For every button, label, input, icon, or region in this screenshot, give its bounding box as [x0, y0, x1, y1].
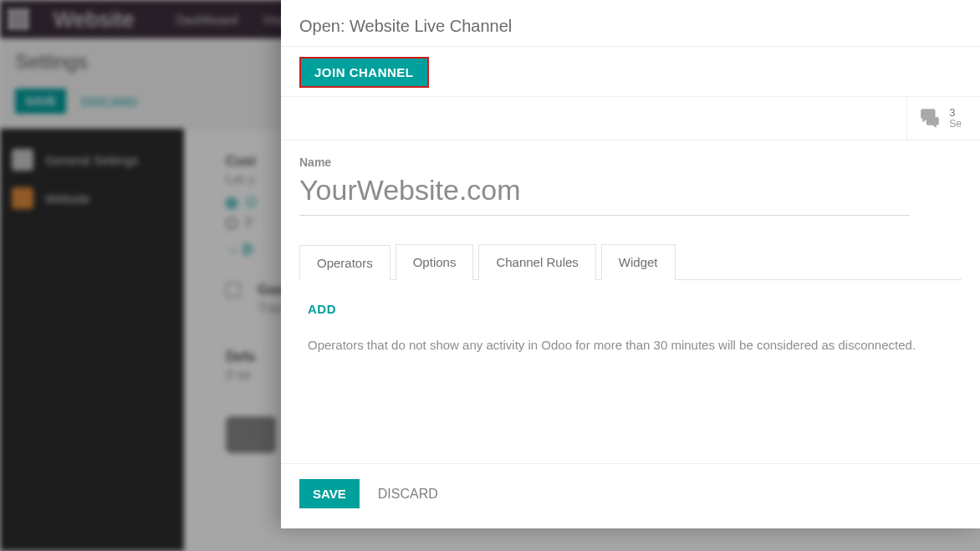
- operators-hint: Operators that do not show any activity …: [308, 338, 953, 352]
- name-label: Name: [299, 156, 962, 169]
- tab-operators[interactable]: Operators: [299, 245, 390, 281]
- live-channel-modal: Open: Website Live Channel JOIN CHANNEL …: [281, 0, 980, 528]
- chat-icon: [919, 106, 941, 131]
- modal-stat-row: 3 Se: [281, 97, 980, 140]
- modal-action-row: JOIN CHANNEL: [281, 47, 980, 97]
- join-channel-button[interactable]: JOIN CHANNEL: [299, 57, 429, 88]
- modal-discard-button[interactable]: DISCARD: [378, 487, 438, 502]
- modal-body: Name Operators Options Channel Rules Wid…: [281, 140, 980, 463]
- tab-widget[interactable]: Widget: [601, 244, 676, 280]
- tab-channel-rules[interactable]: Channel Rules: [478, 244, 595, 280]
- tab-strip: Operators Options Channel Rules Widget: [299, 244, 962, 280]
- modal-title: Open: Website Live Channel: [281, 0, 980, 47]
- modal-footer: SAVE DISCARD: [281, 463, 980, 528]
- add-operator-button[interactable]: ADD: [308, 302, 336, 316]
- stat-text: 3 Se: [949, 107, 962, 130]
- channel-name-input[interactable]: [299, 171, 910, 216]
- modal-save-button[interactable]: SAVE: [299, 479, 360, 508]
- tab-options[interactable]: Options: [396, 244, 474, 280]
- tab-content-operators: ADD Operators that do not show any activ…: [299, 280, 962, 374]
- sessions-stat[interactable]: 3 Se: [906, 97, 970, 140]
